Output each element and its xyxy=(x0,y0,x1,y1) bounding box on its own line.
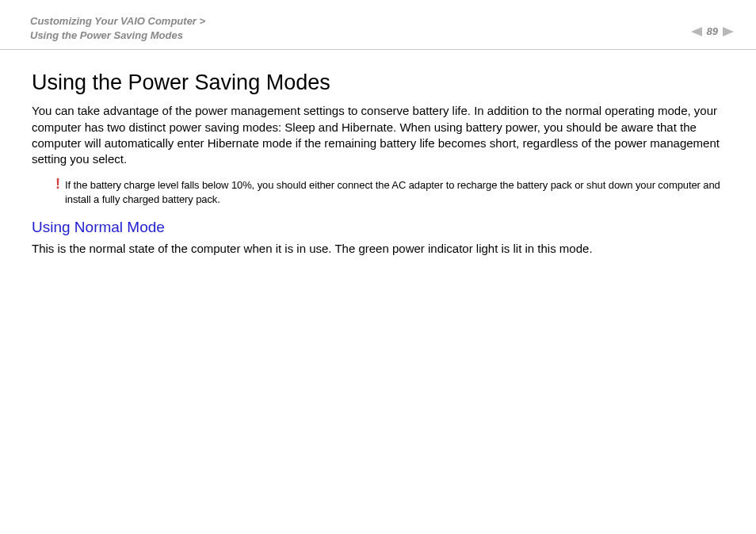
prev-page-icon[interactable] xyxy=(691,27,702,36)
svg-marker-0 xyxy=(691,27,702,36)
page-header: Customizing Your VAIO Computer > Using t… xyxy=(0,0,756,50)
breadcrumb-line-1: Customizing Your VAIO Computer > xyxy=(30,14,205,29)
page-content: Using the Power Saving Modes You can tak… xyxy=(0,50,756,257)
page-number: 89 xyxy=(707,25,718,37)
page-navigation: 89 xyxy=(691,25,734,37)
warning-block: ! If the battery charge level falls belo… xyxy=(32,178,724,206)
breadcrumb: Customizing Your VAIO Computer > Using t… xyxy=(30,14,205,43)
svg-marker-1 xyxy=(723,27,734,36)
section-body-normal-mode: This is the normal state of the computer… xyxy=(32,241,724,257)
breadcrumb-line-2: Using the Power Saving Modes xyxy=(30,29,205,43)
page-title: Using the Power Saving Modes xyxy=(32,71,724,95)
warning-text: If the battery charge level falls below … xyxy=(65,178,724,206)
next-page-icon[interactable] xyxy=(723,27,734,36)
warning-icon: ! xyxy=(55,177,60,191)
intro-paragraph: You can take advantage of the power mana… xyxy=(32,103,724,167)
section-heading-normal-mode: Using Normal Mode xyxy=(32,219,724,236)
